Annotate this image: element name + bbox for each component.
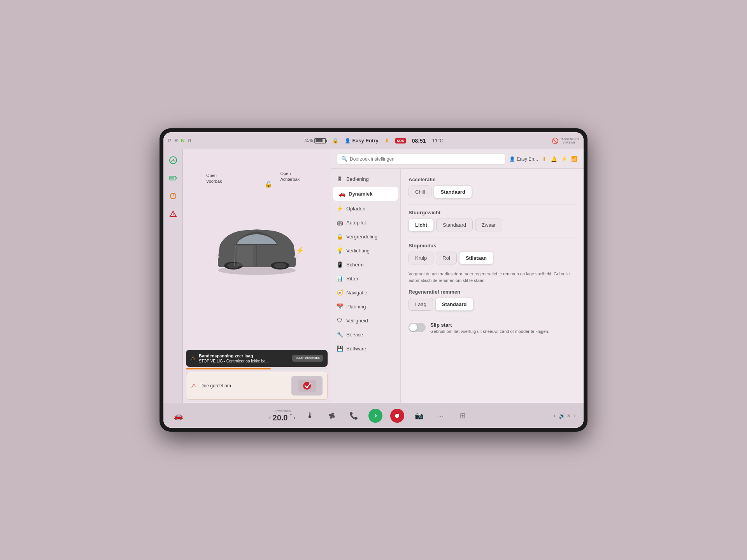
veiligheid-label: Veiligheid xyxy=(346,318,368,324)
apps-icon[interactable]: ⊞ xyxy=(456,409,470,423)
menu-item-opladen[interactable]: ⚡ Opladen xyxy=(331,201,400,215)
divider-3 xyxy=(409,317,576,317)
more-icon[interactable]: ⋯ xyxy=(434,409,448,423)
menu-item-ritten[interactable]: 📊 Ritten xyxy=(331,271,400,285)
meer-info-button[interactable]: Meer informatie xyxy=(292,355,323,362)
header-signal-icon: 📶 xyxy=(571,156,577,162)
menu-item-bediening[interactable]: 🎛 Bediening xyxy=(331,172,400,186)
vergrendeling-label: Vergrendeling xyxy=(346,234,377,240)
menu-item-verlichting[interactable]: 💡 Verlichting xyxy=(331,243,400,257)
sidebar-icon-range[interactable] xyxy=(167,172,179,184)
lock-icon[interactable]: 🔒 xyxy=(332,138,338,144)
header-bluetooth-icon: ⚡ xyxy=(561,156,567,162)
planning-icon: 📅 xyxy=(336,303,343,310)
camera-icon[interactable]: 📷 xyxy=(412,409,426,423)
slip-start-info: Slip start Gebruik om het voertuig uit s… xyxy=(430,322,549,334)
heat-icon[interactable]: 🌡 xyxy=(303,409,317,423)
stilstaan-button[interactable]: Stilstaan xyxy=(459,252,493,264)
taskbar-center: Opwarmen ‹ 20.0 ° › 🌡 xyxy=(269,409,470,423)
opladen-label: Opladen xyxy=(346,206,365,212)
dynamiek-label: Dynamiek xyxy=(349,191,372,197)
temp-display: 11°C xyxy=(432,138,444,144)
temp-down-button[interactable]: ‹ xyxy=(269,414,271,421)
regen-buttons: Laag Standaard xyxy=(409,298,576,311)
planning-label: Planning xyxy=(346,304,366,310)
volume-control[interactable]: 🔊 ✕ xyxy=(559,413,571,419)
temp-up-button[interactable]: › xyxy=(293,414,295,421)
ritten-icon: 📊 xyxy=(336,275,343,282)
airbag-line2: AIRBAG xyxy=(559,141,579,144)
software-icon: 💾 xyxy=(336,345,343,352)
top-bar-right: 🚫 PASSENGER AIRBAG xyxy=(532,137,579,144)
stopmodus-title: Stopmodus xyxy=(409,243,576,248)
vergrendeling-icon: 🔒 xyxy=(336,233,343,240)
alert-icon: ⚠ xyxy=(191,355,196,361)
navigatie-icon: 🧭 xyxy=(336,289,343,296)
sos-badge[interactable]: SOS xyxy=(395,138,406,144)
battery-icon xyxy=(314,138,326,144)
phone-icon[interactable]: 📞 xyxy=(347,409,361,423)
taskbar: 🚗 Opwarmen ‹ 20.0 ° › 🌡 xyxy=(163,403,584,428)
search-box[interactable]: 🔍 xyxy=(337,153,505,164)
menu-item-planning[interactable]: 📅 Planning xyxy=(331,299,400,313)
divider-1 xyxy=(409,205,576,205)
temp-control[interactable]: Opwarmen ‹ 20.0 ° › xyxy=(269,409,295,422)
open-voorbak-label[interactable]: Open Voorbak xyxy=(206,173,222,185)
tire-alert: ⚠ Bandenspanning zeer laag STOP VEILIG -… xyxy=(186,350,328,367)
svg-rect-4 xyxy=(170,177,174,180)
menu-item-autopilot[interactable]: 🤖 Autopilot xyxy=(331,215,400,229)
laag-button[interactable]: Laag xyxy=(409,298,433,311)
temp-unit: ° xyxy=(290,413,292,418)
standaard-regen-button[interactable]: Standaard xyxy=(435,298,473,311)
navigatie-label: Navigatie xyxy=(346,290,367,296)
nav-left-icon[interactable]: ‹ xyxy=(553,412,555,419)
sidebar-icon-alert[interactable] xyxy=(167,208,179,220)
spotify-icon[interactable]: ♪ xyxy=(368,409,382,423)
service-label: Service xyxy=(346,332,363,338)
screen: P R N D 74% 🔒 👤 Easy Entry ⬇ xyxy=(163,132,584,428)
autopilot-icon: 🤖 xyxy=(336,219,343,226)
menu-item-veiligheid[interactable]: 🛡 Veiligheid xyxy=(331,313,400,327)
standaard-accel-button[interactable]: Standaard xyxy=(434,186,472,198)
profile-section[interactable]: 👤 Easy Entry xyxy=(345,138,378,144)
ritten-label: Ritten xyxy=(346,276,359,282)
menu-item-software[interactable]: 💾 Software xyxy=(331,341,400,355)
volume-icon: 🔊 xyxy=(559,413,565,419)
car-task-icon[interactable]: 🚗 xyxy=(171,409,185,423)
svg-point-15 xyxy=(294,255,299,258)
nav-right-icon[interactable]: › xyxy=(574,412,576,419)
licht-button[interactable]: Licht xyxy=(409,219,434,231)
menu-item-scherm[interactable]: 📱 Scherm xyxy=(331,257,400,271)
zwaar-button[interactable]: Zwaar xyxy=(475,219,502,231)
header-bell-icon[interactable]: 🔔 xyxy=(551,156,557,162)
alert-subtitle: STOP VEILIG - Controleer op lekke ba... xyxy=(199,359,289,364)
sidebar-icon-speed[interactable] xyxy=(167,154,179,166)
opladen-icon: ⚡ xyxy=(336,205,343,212)
search-input[interactable] xyxy=(350,156,501,162)
header-profile[interactable]: 👤 Easy En... xyxy=(509,156,538,162)
media-icon[interactable]: ⏺ xyxy=(390,409,404,423)
sidebar-icon-power[interactable] xyxy=(167,190,179,202)
menu-item-service[interactable]: 🔧 Service xyxy=(331,327,400,341)
fan-icon[interactable] xyxy=(325,409,339,423)
battery-info: 74% xyxy=(303,138,326,144)
standaard-stuur-button[interactable]: Standaard xyxy=(436,219,473,231)
rol-button[interactable]: Rol xyxy=(436,252,457,264)
menu-item-dynamiek[interactable]: 🚗 Dynamiek xyxy=(333,187,398,201)
kruip-button[interactable]: Kruip xyxy=(409,252,433,264)
menu-item-navigatie[interactable]: 🧭 Navigatie xyxy=(331,285,400,299)
open-achterbak-label[interactable]: OpenAchterbak xyxy=(280,171,300,183)
chill-button[interactable]: Chill xyxy=(409,186,431,198)
prnd-text: P R N D xyxy=(168,138,192,144)
prnd-display: P R N D xyxy=(168,138,215,144)
settings-body: 🎛 Bediening 🚗 Dynamiek ⚡ Opladen 🤖 xyxy=(331,169,584,403)
bediening-label: Bediening xyxy=(346,176,369,182)
slip-start-toggle[interactable] xyxy=(409,323,426,332)
temp-number: 20.0 xyxy=(273,413,288,422)
verlichting-icon: 💡 xyxy=(336,247,343,254)
menu-item-vergrendeling[interactable]: 🔒 Vergrendeling xyxy=(331,229,400,243)
header-profile-icon: 👤 xyxy=(509,156,515,162)
download-icon-top[interactable]: ⬇ xyxy=(385,138,389,144)
header-download-icon[interactable]: ⬇ xyxy=(542,156,547,162)
temp-value: 20.0 ° xyxy=(273,413,292,422)
